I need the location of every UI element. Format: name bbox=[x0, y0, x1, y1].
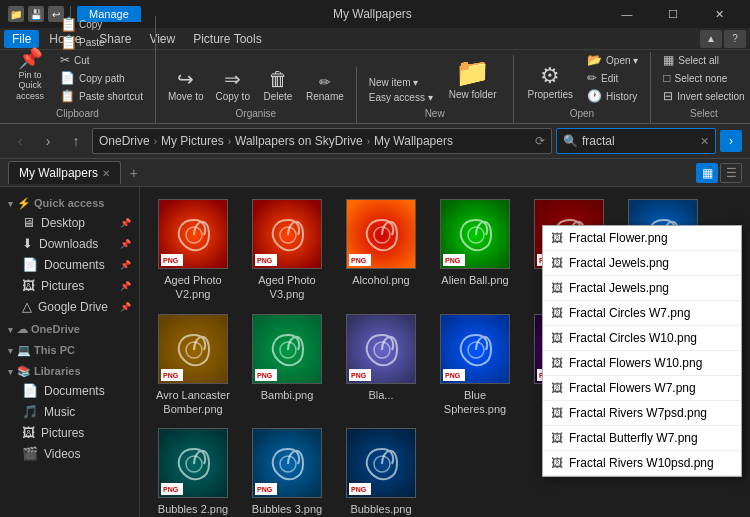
invert-selection-button[interactable]: ⊟ Invert selection bbox=[659, 88, 748, 104]
file-name: Aged Photo V3.png bbox=[248, 273, 326, 302]
list-view-button[interactable]: ☰ bbox=[720, 163, 742, 183]
file-item[interactable]: PNGBlue Spheres.png bbox=[430, 310, 520, 421]
select-none-icon: □ bbox=[663, 71, 670, 85]
open-button[interactable]: 📂 Open ▾ bbox=[583, 52, 642, 68]
file-item[interactable]: PNGAlcohol.png bbox=[336, 195, 426, 306]
autocomplete-item[interactable]: 🖼Fractal Flower.png bbox=[543, 226, 741, 251]
ribbon-help[interactable]: ? bbox=[724, 30, 746, 48]
autocomplete-item[interactable]: 🖼Fractal Jewels.png bbox=[543, 251, 741, 276]
close-button[interactable]: ✕ bbox=[696, 0, 742, 28]
file-item[interactable]: PNGBubbles 2.png bbox=[148, 424, 238, 517]
back-button[interactable]: ‹ bbox=[8, 129, 32, 153]
grid-view-button[interactable]: ▦ bbox=[696, 163, 718, 183]
file-item[interactable]: PNGAged Photo V2.png bbox=[148, 195, 238, 306]
forward-button[interactable]: › bbox=[36, 129, 60, 153]
copy-button[interactable]: 📋 Copy bbox=[56, 16, 147, 32]
ribbon-select-group: ▦ Select all □ Select none ⊟ Invert sele… bbox=[659, 52, 750, 123]
file-icon: 🖼 bbox=[551, 231, 563, 245]
file-icon: 🖼 bbox=[551, 456, 563, 470]
file-name: Bubbles 3.png bbox=[252, 502, 322, 516]
tab-my-wallpapers[interactable]: My Wallpapers ✕ bbox=[8, 161, 121, 184]
lib-pictures-label: Pictures bbox=[41, 426, 84, 440]
onedrive-section[interactable]: ▾ ☁ OneDrive bbox=[0, 317, 139, 338]
libraries-section[interactable]: ▾ 📚 Libraries bbox=[0, 359, 139, 380]
move-to-button[interactable]: ↪ Move to bbox=[164, 67, 208, 104]
properties-icon: ⚙ bbox=[540, 65, 560, 87]
file-name: Aged Photo V2.png bbox=[154, 273, 232, 302]
autocomplete-item[interactable]: 🖼Fractal Circles W10.png bbox=[543, 326, 741, 351]
edit-icon: ✏ bbox=[587, 71, 597, 85]
paste-shortcut-button[interactable]: 📋 Paste shortcut bbox=[56, 88, 147, 104]
quick-access-section[interactable]: ▾ ⚡ Quick access bbox=[0, 191, 139, 212]
sidebar-item-pictures[interactable]: 🖼 Pictures 📌 bbox=[0, 275, 139, 296]
copy-to-button[interactable]: ⇒ Copy to bbox=[212, 67, 254, 104]
select-all-icon: ▦ bbox=[663, 53, 674, 67]
autocomplete-item[interactable]: 🖼Fractal Jewels.png bbox=[543, 276, 741, 301]
address-onedrive[interactable]: OneDrive bbox=[99, 134, 150, 148]
easy-access-button[interactable]: Easy access ▾ bbox=[365, 91, 437, 104]
paste-button[interactable]: 📋 Paste bbox=[56, 34, 147, 50]
file-item[interactable]: PNGBambi.png bbox=[242, 310, 332, 421]
file-name: Alien Ball.png bbox=[441, 273, 508, 287]
select-none-button[interactable]: □ Select none bbox=[659, 70, 748, 86]
tab-add-button[interactable]: + bbox=[123, 162, 145, 184]
file-item[interactable]: PNGBla... bbox=[336, 310, 426, 421]
file-item[interactable]: PNGAvro Lancaster Bomber.png bbox=[148, 310, 238, 421]
ribbon-collapse-up[interactable]: ▲ bbox=[700, 30, 722, 48]
delete-button[interactable]: 🗑 Delete bbox=[258, 67, 298, 104]
sidebar-item-videos[interactable]: 🎬 Videos bbox=[0, 443, 139, 464]
address-bar[interactable]: OneDrive › My Pictures › Wallpapers on S… bbox=[92, 128, 552, 154]
rename-button[interactable]: ✏ Rename bbox=[302, 73, 348, 104]
open-mini-group: 📂 Open ▾ ✏ Edit 🕐 History bbox=[583, 52, 642, 104]
pin-to-quick-access-button[interactable]: 📌 Pin to Quick access bbox=[8, 46, 52, 104]
new-label: New bbox=[425, 108, 445, 119]
cut-button[interactable]: ✂ Cut bbox=[56, 52, 147, 68]
autocomplete-item[interactable]: 🖼Fractal Circles W7.png bbox=[543, 301, 741, 326]
this-pc-chevron: ▾ bbox=[8, 346, 13, 356]
refresh-button[interactable]: ⟳ bbox=[535, 134, 545, 148]
autocomplete-item[interactable]: 🖼Fractal Flowers W7.png bbox=[543, 376, 741, 401]
address-my-wallpapers[interactable]: My Wallpapers bbox=[374, 134, 453, 148]
properties-button[interactable]: ⚙ Properties bbox=[522, 61, 580, 104]
copy-path-button[interactable]: 📄 Copy path bbox=[56, 70, 147, 86]
autocomplete-item[interactable]: 🖼Fractal Butterfly W7.png bbox=[543, 426, 741, 451]
search-clear-button[interactable]: ✕ bbox=[700, 135, 709, 148]
address-my-pictures[interactable]: My Pictures bbox=[161, 134, 224, 148]
sidebar-item-downloads[interactable]: ⬇ Downloads 📌 bbox=[0, 233, 139, 254]
copy-to-icon: ⇒ bbox=[224, 69, 241, 89]
maximize-button[interactable]: ☐ bbox=[650, 0, 696, 28]
svg-text:PNG: PNG bbox=[351, 486, 367, 493]
address-wallpapers-skydrive[interactable]: Wallpapers on SkyDrive bbox=[235, 134, 363, 148]
file-item[interactable]: PNGAged Photo V3.png bbox=[242, 195, 332, 306]
select-content: ▦ Select all □ Select none ⊟ Invert sele… bbox=[659, 52, 748, 104]
autocomplete-item[interactable]: 🖼Fractal Flowers W10.png bbox=[543, 351, 741, 376]
select-all-button[interactable]: ▦ Select all bbox=[659, 52, 748, 68]
this-pc-section[interactable]: ▾ 💻 This PC bbox=[0, 338, 139, 359]
new-folder-button[interactable]: 📁 New folder bbox=[441, 55, 505, 104]
svg-text:PNG: PNG bbox=[445, 257, 461, 264]
sidebar-item-google-drive[interactable]: △ Google Drive 📌 bbox=[0, 296, 139, 317]
up-button[interactable]: ↑ bbox=[64, 129, 88, 153]
tab-close-button[interactable]: ✕ bbox=[102, 168, 110, 179]
new-mini: New item ▾ Easy access ▾ bbox=[365, 76, 437, 104]
autocomplete-item[interactable]: 🖼Fractal Rivers W10psd.png bbox=[543, 451, 741, 476]
sidebar-item-documents[interactable]: 📄 Documents 📌 bbox=[0, 254, 139, 275]
history-button[interactable]: 🕐 History bbox=[583, 88, 642, 104]
search-go-button[interactable]: › bbox=[720, 130, 742, 152]
desktop-icon: 🖥 bbox=[22, 215, 35, 230]
svg-text:PNG: PNG bbox=[163, 257, 179, 264]
sidebar-item-desktop[interactable]: 🖥 Desktop 📌 bbox=[0, 212, 139, 233]
edit-button[interactable]: ✏ Edit bbox=[583, 70, 642, 86]
new-item-button[interactable]: New item ▾ bbox=[365, 76, 437, 89]
minimize-button[interactable]: — bbox=[604, 0, 650, 28]
file-item[interactable]: PNGBubbles.png bbox=[336, 424, 426, 517]
search-input[interactable] bbox=[582, 134, 696, 148]
autocomplete-item[interactable]: 🖼Fractal Rivers W7psd.png bbox=[543, 401, 741, 426]
file-item[interactable]: PNGBubbles 3.png bbox=[242, 424, 332, 517]
sidebar-item-lib-pictures[interactable]: 🖼 Pictures bbox=[0, 422, 139, 443]
sidebar-item-music[interactable]: 🎵 Music bbox=[0, 401, 139, 422]
sidebar-item-lib-documents[interactable]: 📄 Documents bbox=[0, 380, 139, 401]
file-item[interactable]: PNGAlien Ball.png bbox=[430, 195, 520, 306]
menu-picture-tools[interactable]: Picture Tools bbox=[185, 30, 269, 48]
quick-access-label: ⚡ Quick access bbox=[17, 197, 104, 210]
